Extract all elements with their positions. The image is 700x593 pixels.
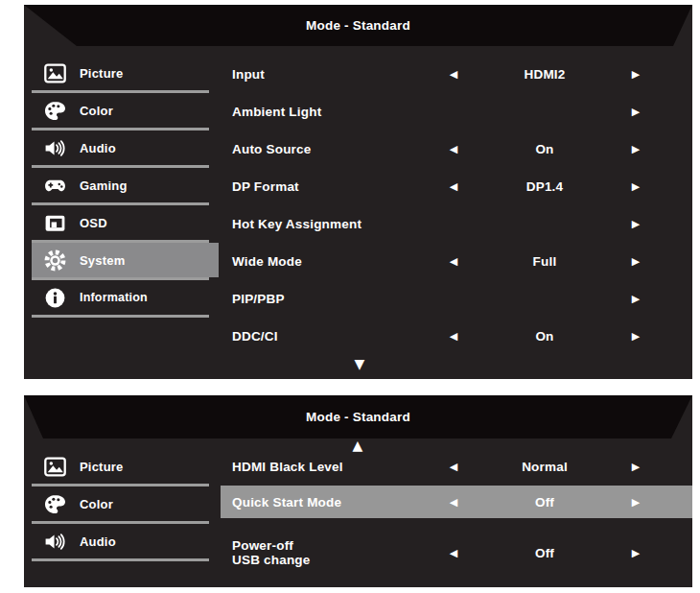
sidebar-item-label: Information (80, 291, 148, 304)
menu-item-label: HDMI Black Level (232, 460, 439, 474)
menu-item-value: On (468, 142, 621, 156)
menu-item-label: Quick Start Mode (232, 495, 439, 510)
menu-item-label: DP Format (232, 179, 439, 194)
sidebar-item-label: Picture (80, 66, 123, 81)
sidebar-item-information[interactable]: Information (32, 280, 219, 315)
sidebar-item-audio[interactable]: Audio (32, 524, 219, 558)
divider (32, 558, 209, 561)
menu-row-hot-key-assignment[interactable]: Hot Key Assignment ▶ (221, 205, 692, 243)
right-arrow-icon[interactable]: ▶ (621, 69, 650, 80)
sidebar-item-osd[interactable]: OSD (32, 205, 219, 240)
menu-row-wide-mode[interactable]: Wide Mode ◀ Full ▶ (221, 243, 692, 280)
sidebar-item-color[interactable]: Color (32, 486, 219, 521)
left-arrow-icon[interactable]: ◀ (439, 462, 468, 472)
osd-header: Mode - Standard (24, 395, 692, 439)
menu-item-label: Ambient Light (232, 105, 439, 119)
right-arrow-icon[interactable]: ▶ (621, 107, 650, 117)
info-icon (43, 286, 67, 310)
right-arrow-icon[interactable]: ▶ (621, 219, 650, 229)
menu-item-label-line2: USB change (232, 553, 439, 567)
left-arrow-icon[interactable]: ◀ (439, 181, 468, 192)
sidebar-item-picture[interactable]: Picture (32, 56, 219, 90)
sidebar: Picture Color Audio Gam (32, 56, 219, 318)
mode-title: Mode - Standard (306, 18, 410, 33)
menu-item-value: HDMI2 (468, 67, 621, 82)
menu-row-power-off-usb-charge[interactable]: Power-off USB change ◀ Off ▶ (221, 534, 692, 572)
audio-speaker-icon (43, 530, 67, 554)
menu-item-value: DP1.4 (468, 179, 621, 194)
menu-row-quick-start-mode[interactable]: Quick Start Mode ◀ Off ▶ (221, 486, 692, 518)
picture-icon (43, 455, 67, 479)
left-arrow-icon[interactable]: ◀ (439, 69, 468, 80)
menu-item-label: DDC/CI (232, 329, 439, 344)
divider (32, 315, 209, 318)
menu-item-label-line1: Power-off (232, 538, 439, 553)
sidebar-item-gaming[interactable]: Gaming (32, 168, 219, 202)
sidebar-item-system[interactable]: System (32, 243, 219, 277)
sidebar-item-label: Audio (80, 534, 116, 549)
sidebar-item-label: Color (80, 104, 113, 118)
menu-list: Input ◀ HDMI2 ▶ Ambient Light ▶ Auto Sou… (221, 56, 692, 355)
menu-row-ambient-light[interactable]: Ambient Light ▶ (221, 93, 692, 130)
menu-row-pip-pbp[interactable]: PIP/PBP ▶ (221, 280, 692, 318)
right-arrow-icon[interactable]: ▶ (621, 294, 650, 304)
sidebar-item-label: Audio (80, 141, 116, 155)
scroll-down-icon[interactable]: ▼ (347, 356, 372, 371)
right-arrow-icon[interactable]: ▶ (621, 497, 650, 508)
sidebar-item-label: Gaming (80, 178, 128, 193)
color-palette-icon (43, 99, 67, 123)
menu-item-value: Full (468, 254, 621, 269)
osd-screenshot: Mode - Standard Picture Color (0, 0, 700, 593)
sidebar-item-label: OSD (80, 216, 107, 230)
right-arrow-icon[interactable]: ▶ (621, 144, 650, 154)
menu-item-label: Wide Mode (232, 254, 439, 269)
menu-item-label: PIP/PBP (232, 292, 439, 306)
left-arrow-icon[interactable]: ◀ (439, 497, 468, 508)
left-arrow-icon[interactable]: ◀ (439, 331, 468, 342)
menu-row-auto-source[interactable]: Auto Source ◀ On ▶ (221, 130, 692, 168)
sidebar-item-audio[interactable]: Audio (32, 130, 219, 165)
menu-item-label: Power-off USB change (232, 538, 439, 567)
menu-item-value: Off (468, 546, 621, 560)
right-arrow-icon[interactable]: ▶ (621, 548, 650, 558)
right-arrow-icon[interactable]: ▶ (621, 256, 650, 267)
left-arrow-icon[interactable]: ◀ (439, 256, 468, 267)
color-palette-icon (43, 492, 67, 516)
left-arrow-icon[interactable]: ◀ (439, 144, 468, 154)
sidebar-item-label: System (80, 253, 125, 268)
osd-panel-system-page1: Mode - Standard Picture Color (24, 5, 692, 379)
right-arrow-icon[interactable]: ▶ (621, 462, 650, 472)
sidebar-item-picture[interactable]: Picture (32, 449, 219, 484)
menu-row-ddc-ci[interactable]: DDC/CI ◀ On ▶ (221, 318, 692, 355)
gear-icon (43, 249, 67, 273)
sidebar: Picture Color Audio (32, 449, 219, 561)
right-arrow-icon[interactable]: ▶ (621, 181, 650, 192)
audio-speaker-icon (43, 136, 67, 160)
gamepad-icon (43, 174, 67, 198)
menu-row-input[interactable]: Input ◀ HDMI2 ▶ (221, 56, 692, 93)
sidebar-item-label: Picture (80, 460, 123, 474)
right-arrow-icon[interactable]: ▶ (621, 331, 650, 342)
sidebar-item-color[interactable]: Color (32, 93, 219, 128)
osd-panel-system-page2: Mode - Standard ▲ Picture Color (24, 395, 692, 587)
left-arrow-icon[interactable]: ◀ (439, 548, 468, 558)
osd-header: Mode - Standard (24, 5, 692, 46)
picture-icon (43, 61, 67, 85)
mode-title: Mode - Standard (306, 410, 410, 424)
menu-item-value: On (468, 329, 621, 344)
menu-row-hdmi-black-level[interactable]: HDMI Black Level ◀ Normal ▶ (221, 449, 692, 484)
menu-item-label: Auto Source (232, 142, 439, 156)
menu-row-dp-format[interactable]: DP Format ◀ DP1.4 ▶ (221, 168, 692, 205)
menu-list: HDMI Black Level ◀ Normal ▶ Quick Start … (221, 449, 692, 572)
menu-item-label: Input (232, 67, 439, 82)
osd-screen-icon (43, 211, 67, 235)
menu-item-value: Normal (468, 460, 621, 474)
sidebar-item-label: Color (80, 497, 113, 511)
menu-item-label: Hot Key Assignment (232, 217, 439, 231)
menu-item-value: Off (468, 495, 621, 510)
